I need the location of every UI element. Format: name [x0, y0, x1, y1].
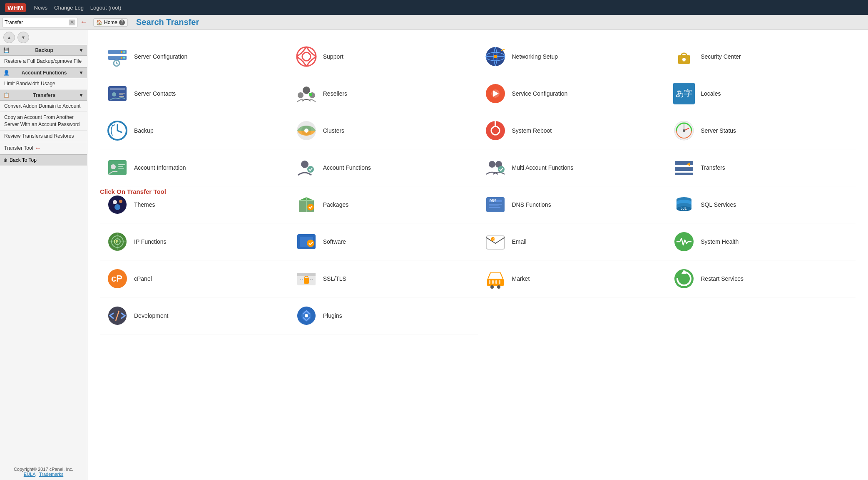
sidebar-search-close[interactable]: ✕: [69, 20, 75, 25]
grid-item-cpanel[interactable]: cPcPanel: [100, 260, 289, 297]
transfers-section-label: Transfers: [33, 92, 55, 98]
home-button[interactable]: 🏠 Home ?: [93, 18, 128, 27]
grid-item-networking-setup[interactable]: Networking Setup: [478, 38, 667, 75]
svg-point-42: [304, 129, 308, 133]
security-center-label: Security Center: [701, 53, 741, 60]
server-status-icon: [673, 120, 695, 141]
clusters-icon: [296, 120, 317, 141]
sql-services-label: SQL Services: [701, 201, 736, 208]
svg-point-62: [113, 200, 117, 204]
grid-item-locales[interactable]: あ字Locales: [667, 75, 856, 112]
sidebar-search-input[interactable]: [5, 20, 69, 25]
clusters-label: Clusters: [323, 127, 344, 134]
sidebar-item-transfer-tool[interactable]: Transfer Tool ←: [0, 142, 87, 154]
locales-icon: あ字: [673, 83, 695, 104]
grid-item-resellers[interactable]: Resellers: [289, 75, 478, 112]
transfers-icon: [673, 157, 695, 178]
grid-item-sql-services[interactable]: SQLSQL Services: [667, 186, 856, 223]
nav-changelog[interactable]: Change Log: [54, 5, 84, 11]
transfers-label: Transfers: [701, 164, 725, 171]
svg-point-117: [305, 314, 308, 317]
nav-down-button[interactable]: ▼: [17, 32, 29, 43]
grid-item-ssl-tls[interactable]: SSL/TLS: [289, 260, 478, 297]
backup-icon: [107, 120, 128, 141]
svg-rect-29: [119, 94, 123, 95]
grid-item-support[interactable]: Support: [289, 38, 478, 75]
sidebar-item-copy-account[interactable]: Copy an Account From Another Server With…: [0, 112, 87, 131]
sidebar: ▲ ▼ 💾 Backup ▼ Restore a Full Backup/cpm…: [0, 30, 87, 480]
sidebar-search-box[interactable]: ✕: [2, 17, 77, 28]
grid-item-multi-account-functions[interactable]: Multi Account Functions: [478, 149, 667, 186]
svg-text:あ字: あ字: [676, 89, 692, 98]
back-to-top-button[interactable]: ⊕ Back To Top: [0, 154, 87, 166]
account-functions-icon: [296, 157, 317, 178]
restart-services-icon: [673, 268, 695, 289]
sidebar-item-review-transfers[interactable]: Review Transfers and Restores: [0, 131, 87, 142]
grid-item-account-functions[interactable]: Account Functions: [289, 149, 478, 186]
packages-icon: [296, 194, 317, 215]
grid-item-server-status[interactable]: Server Status: [667, 112, 856, 149]
grid-item-restart-services[interactable]: Restart Services: [667, 260, 856, 297]
grid-item-ip-functions[interactable]: IPIP Functions: [100, 223, 289, 260]
grid-item-transfers[interactable]: Transfers: [667, 149, 856, 186]
sidebar-section-transfers[interactable]: 📋 Transfers ▼: [0, 90, 87, 101]
sql-services-icon: SQL: [673, 194, 695, 215]
svg-rect-26: [110, 88, 125, 90]
svg-rect-30: [119, 96, 124, 97]
svg-rect-108: [492, 280, 494, 284]
backup-label: Backup: [134, 127, 154, 134]
grid-item-server-configuration[interactable]: Server Configuration: [100, 38, 289, 75]
grid-item-system-health[interactable]: System Health: [667, 223, 856, 260]
grid-item-system-reboot[interactable]: System Reboot: [478, 112, 667, 149]
nav-logout[interactable]: Logout (root): [90, 5, 121, 11]
account-information-label: Account Information: [134, 164, 186, 171]
eula-link[interactable]: EULA: [24, 472, 35, 477]
transfer-tool-label: Transfer Tool: [4, 145, 33, 151]
grid-item-clusters[interactable]: Clusters: [289, 112, 478, 149]
networking-setup-icon: [485, 46, 506, 67]
svg-rect-74: [489, 205, 499, 206]
system-reboot-label: System Reboot: [512, 127, 552, 134]
sidebar-item-limit-bandwidth[interactable]: Limit Bandwidth Usage: [0, 78, 87, 90]
sidebar-item-convert-addon[interactable]: Convert Addon Domain to Account: [0, 101, 87, 112]
svg-point-32: [298, 92, 303, 98]
trademarks-link[interactable]: Trademarks: [39, 472, 63, 477]
restart-services-label: Restart Services: [701, 275, 744, 282]
svg-point-2: [123, 51, 125, 53]
items-grid: Server ConfigurationSupportNetworking Se…: [100, 38, 856, 334]
email-icon: @: [485, 231, 506, 252]
grid-item-security-center[interactable]: Security Center: [667, 38, 856, 75]
grid-item-server-contacts[interactable]: Server Contacts: [100, 75, 289, 112]
svg-rect-75: [489, 207, 500, 208]
system-reboot-icon: [485, 120, 506, 141]
svg-point-63: [114, 204, 120, 210]
grid-item-plugins[interactable]: Plugins: [289, 297, 478, 334]
service-configuration-label: Service Configuration: [512, 90, 568, 97]
plugins-icon: [296, 305, 317, 327]
development-label: Development: [134, 312, 169, 319]
grid-item-email[interactable]: @Email: [478, 223, 667, 260]
sidebar-nav-arrows: ▲ ▼: [0, 30, 87, 45]
support-label: Support: [323, 53, 343, 60]
grid-item-service-configuration[interactable]: Service Configuration: [478, 75, 667, 112]
sidebar-section-backup[interactable]: 💾 Backup ▼: [0, 45, 87, 56]
grid-item-dns-functions[interactable]: DNSDNS Functions: [478, 186, 667, 223]
sidebar-section-account-functions[interactable]: 👤 Account Functions ▼: [0, 67, 87, 78]
grid-item-packages[interactable]: Packages: [289, 186, 478, 223]
grid-item-development[interactable]: Development: [100, 297, 289, 334]
sidebar-item-restore-backup[interactable]: Restore a Full Backup/cpmove File: [0, 56, 87, 67]
svg-text:@: @: [492, 238, 495, 241]
grid-item-software[interactable]: Software: [289, 223, 478, 260]
grid-item-account-information[interactable]: Account InformationClick On Transfer Too…: [100, 149, 289, 186]
account-functions-toggle: ▼: [79, 70, 84, 76]
grid-item-market[interactable]: Market: [478, 260, 667, 297]
svg-point-54: [307, 166, 314, 173]
svg-text:cP: cP: [111, 273, 122, 284]
svg-point-53: [301, 161, 308, 168]
nav-up-button[interactable]: ▲: [3, 32, 15, 43]
grid-item-backup[interactable]: Backup: [100, 112, 289, 149]
server-status-label: Server Status: [701, 127, 736, 134]
transfers-toggle: ▼: [79, 92, 84, 98]
whm-logo: WHM: [5, 3, 26, 12]
nav-news[interactable]: News: [34, 5, 48, 11]
